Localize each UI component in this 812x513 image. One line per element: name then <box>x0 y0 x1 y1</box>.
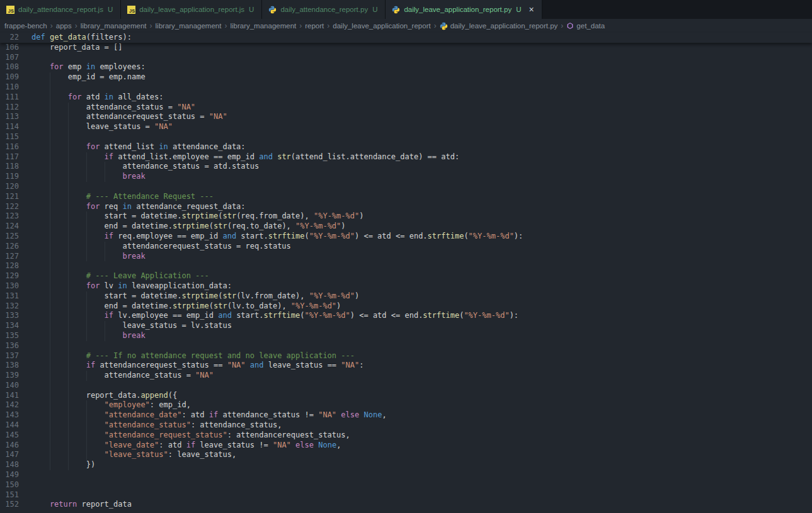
code-line-text[interactable]: # --- Attendance Request --- <box>19 192 812 202</box>
line-number[interactable]: 131 <box>0 291 19 302</box>
line-number[interactable]: 124 <box>0 222 19 232</box>
code-line-text[interactable]: "leave_status": leave_status, <box>19 450 812 460</box>
code-line-text[interactable] <box>19 82 812 93</box>
code-line-text[interactable]: "attendance_request_status": attendancer… <box>19 431 812 441</box>
line-number[interactable]: 139 <box>0 371 19 381</box>
line-number[interactable]: 136 <box>0 341 19 351</box>
code-line-text[interactable]: end = datetime.strptime(str(req.to_date)… <box>19 222 812 232</box>
code-line-text[interactable]: for req in attendance_request_data: <box>19 202 812 212</box>
code-line-text[interactable]: for atd in all_dates: <box>19 93 812 103</box>
code-line-text[interactable]: emp_id = emp.name <box>19 72 812 82</box>
line-number[interactable]: 134 <box>0 321 19 331</box>
code-line-text[interactable] <box>19 341 812 351</box>
code-line-text[interactable]: attendancerequest_status = req.status <box>19 242 812 252</box>
line-number[interactable]: 113 <box>0 112 19 122</box>
code-line-text[interactable]: if attendancerequest_status == "NA" and … <box>19 361 812 371</box>
breadcrumb-item-apps[interactable]: apps <box>56 22 72 30</box>
code-line-text[interactable]: "employee": emp_id, <box>19 400 812 410</box>
line-number[interactable]: 152 <box>0 500 19 510</box>
code-line-text[interactable]: leave_status = "NA" <box>19 122 812 132</box>
line-number[interactable]: 108 <box>0 62 19 72</box>
line-number[interactable]: 110 <box>0 82 19 93</box>
tab-daily_attendance_report.py[interactable]: daily_attendance_report.pyU <box>262 0 386 19</box>
breadcrumb-item-library_management[interactable]: library_management <box>81 22 147 30</box>
code-line-text[interactable]: # --- Leave Application --- <box>19 271 812 281</box>
code-line-text[interactable]: if lv.employee == emp_id and start.strft… <box>19 311 812 321</box>
line-number[interactable]: 114 <box>0 122 19 132</box>
code-line-text[interactable] <box>19 53 812 63</box>
line-number[interactable]: 147 <box>0 450 19 460</box>
code-line-text[interactable]: "attendance_date": atd if attendance_sta… <box>19 410 812 420</box>
code-line-text[interactable]: for emp in employees: <box>19 62 812 72</box>
code-line-text[interactable]: break <box>19 331 812 341</box>
line-number[interactable]: 106 <box>0 43 19 53</box>
line-number[interactable]: 143 <box>0 410 19 420</box>
code-line-text[interactable]: attendance_status = "NA" <box>19 371 812 381</box>
close-icon[interactable]: × <box>529 5 534 14</box>
code-line-text[interactable]: leave_status = lv.status <box>19 321 812 331</box>
code-line-text[interactable]: attendance_status = atd.status <box>19 162 812 172</box>
line-number[interactable]: 146 <box>0 441 19 451</box>
code-line-text[interactable]: start = datetime.strptime(str(lv.from_da… <box>19 291 812 302</box>
line-number[interactable]: 112 <box>0 103 19 113</box>
line-number[interactable]: 151 <box>0 490 19 500</box>
line-number[interactable]: 125 <box>0 232 19 242</box>
breadcrumb-item-library_management[interactable]: library_management <box>156 22 222 30</box>
code-line-text[interactable] <box>19 470 812 480</box>
line-number[interactable]: 111 <box>0 93 19 103</box>
code-line-text[interactable]: if req.employee == emp_id and start.strf… <box>19 232 812 242</box>
line-number[interactable]: 141 <box>0 391 19 401</box>
code-line-text[interactable]: "leave_date": atd if leave_status != "NA… <box>19 441 812 451</box>
line-number[interactable]: 118 <box>0 162 19 172</box>
line-number[interactable]: 132 <box>0 302 19 312</box>
code-line-text[interactable]: break <box>19 252 812 262</box>
code-line-text[interactable]: attendance_status = "NA" <box>19 103 812 113</box>
breadcrumb-item-frappe-bench[interactable]: frappe-bench <box>4 22 47 30</box>
line-number[interactable]: 127 <box>0 252 19 262</box>
line-number[interactable]: 117 <box>0 152 19 162</box>
code-line-text[interactable] <box>19 182 812 192</box>
code-line-text[interactable] <box>19 480 812 490</box>
code-line-text[interactable]: "attendance_status": attendance_status, <box>19 420 812 431</box>
code-line-text[interactable]: }) <box>19 460 812 470</box>
code-line-text[interactable] <box>19 132 812 142</box>
code-line-text[interactable]: if attend_list.employee == emp_id and st… <box>19 152 812 162</box>
line-number[interactable]: 130 <box>0 281 19 291</box>
line-number[interactable]: 138 <box>0 361 19 371</box>
code-line-text[interactable]: # --- If no attendance request and no le… <box>19 351 812 361</box>
line-number[interactable]: 116 <box>0 142 19 152</box>
code-line-text[interactable]: report_data = [] <box>19 43 812 53</box>
line-number[interactable]: 135 <box>0 331 19 341</box>
code-line-text[interactable]: def get_data(filters): <box>19 33 812 43</box>
line-number[interactable]: 107 <box>0 53 19 63</box>
tab-daily_attendance_report.js[interactable]: JSdaily_attendance_report.jsU <box>0 0 121 19</box>
breadcrumb-item-daily_leave_application_report.py[interactable]: daily_leave_application_report.py <box>440 22 558 30</box>
line-number[interactable]: 120 <box>0 182 19 192</box>
breadcrumb-item-library_management[interactable]: library_management <box>230 22 296 30</box>
code-line-text[interactable]: start = datetime.strptime(str(req.from_d… <box>19 211 812 222</box>
line-number[interactable]: 133 <box>0 311 19 321</box>
breadcrumb-item-get_data[interactable]: get_data <box>566 22 605 30</box>
line-number[interactable]: 142 <box>0 400 19 410</box>
line-number[interactable]: 140 <box>0 381 19 391</box>
code-line-text[interactable] <box>19 261 812 271</box>
tab-daily_leave_application_report.js[interactable]: JSdaily_leave_application_report.jsU <box>121 0 262 19</box>
code-line-text[interactable]: report_data.append({ <box>19 391 812 401</box>
line-number[interactable]: 144 <box>0 420 19 431</box>
code-line-text[interactable] <box>19 381 812 391</box>
line-number[interactable]: 119 <box>0 172 19 182</box>
line-number[interactable]: 145 <box>0 431 19 441</box>
line-number[interactable]: 109 <box>0 72 19 82</box>
line-number[interactable]: 148 <box>0 460 19 470</box>
code-line-text[interactable]: end = datetime.strptime(str(lv.to_date),… <box>19 302 812 312</box>
line-number[interactable]: 149 <box>0 470 19 480</box>
line-number[interactable]: 129 <box>0 271 19 281</box>
line-number[interactable]: 22 <box>0 33 19 43</box>
breadcrumb-item-daily_leave_application_report[interactable]: daily_leave_application_report <box>333 22 430 30</box>
code-line-text[interactable]: return report_data <box>19 500 812 510</box>
line-number[interactable]: 150 <box>0 480 19 490</box>
code-line-text[interactable]: for lv in leaveapplication_data: <box>19 281 812 291</box>
line-number[interactable]: 137 <box>0 351 19 361</box>
line-number[interactable]: 123 <box>0 211 19 222</box>
tab-daily_leave_application_report.py[interactable]: daily_leave_application_report.pyU× <box>386 0 542 19</box>
